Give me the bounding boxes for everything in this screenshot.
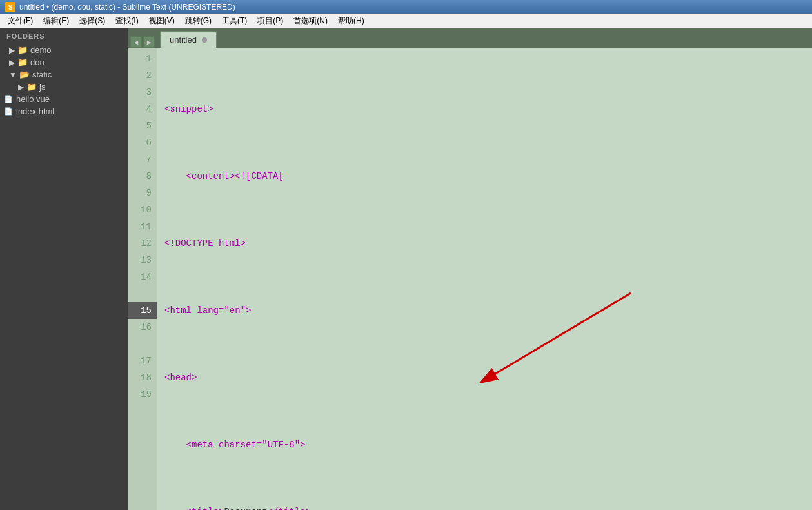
folder-icon-dou: 📁 [17,57,28,67]
file-label-index-html: index.html [16,107,54,116]
code-line-4: <html lang="en"> [164,302,804,319]
tab-bar: ◀ ▶ untitled [128,28,812,48]
line-num-1: 1 [128,50,152,67]
code-line-1: <snippet> [164,101,804,117]
chevron-right-icon-js: ▶ [18,83,24,92]
sidebar-item-demo[interactable]: ▶ 📁 demo [0,44,128,56]
menu-project[interactable]: 项目(P) [252,14,288,28]
chevron-right-icon: ▶ [9,46,15,55]
menu-help[interactable]: 帮助(H) [333,14,370,28]
line-numbers: 1 2 3 4 5 6 7 8 9 10 11 12 13 14 14 15 1… [128,48,157,510]
folder-label-dou: dou [30,57,45,67]
tab-modified-indicator [202,37,207,43]
line-num-11: 11 [128,218,152,235]
tab-nav-left[interactable]: ◀ [130,36,142,48]
menu-edit[interactable]: 编辑(E) [38,14,74,28]
line-num-19: 19 [128,386,152,403]
folder-label-demo: demo [30,45,52,55]
line-num-5: 5 [128,117,152,134]
folder-label-js: js [39,82,45,92]
titlebar-title: untitled • (demo, dou, static) - Sublime… [19,3,235,12]
app-icon: S [5,2,15,12]
line-num-9: 9 [128,185,152,201]
folder-icon-static: 📂 [19,70,30,79]
line-num-17: 17 [128,352,152,369]
tab-untitled[interactable]: untitled [160,31,217,48]
line-num-2: 2 [128,67,152,84]
line-num-7: 7 [128,151,152,168]
file-label-hello-vue: hello.vue [16,94,50,104]
menu-find[interactable]: 查找(I) [110,14,143,28]
folder-icon-js: 📁 [26,82,37,92]
editor-area: ◀ ▶ untitled 1 2 3 4 5 6 7 8 9 10 1 [128,28,812,510]
chevron-right-icon-dou: ▶ [9,58,15,67]
line-num-8: 8 [128,168,152,185]
line-num-4: 4 [128,101,152,117]
menubar: 文件(F) 编辑(E) 选择(S) 查找(I) 视图(V) 跳转(G) 工具(T… [0,14,812,28]
tab-label: untitled [170,35,197,45]
menu-tools[interactable]: 工具(T) [217,14,252,28]
folder-label-static: static [32,70,52,79]
code-line-5: <head> [164,369,804,386]
line-num-12: 12 [128,235,152,252]
code-content[interactable]: <snippet> <content><![CDATA[ <!DOCTYPE h… [157,48,812,510]
menu-file[interactable]: 文件(F) [3,14,38,28]
menu-select[interactable]: 选择(S) [74,14,110,28]
menu-preferences[interactable]: 首选项(N) [288,14,333,28]
line-num-15: 15 [128,302,157,319]
line-num-10: 10 [128,201,152,218]
line-num-6: 6 [128,134,152,151]
file-icon-hello: 📄 [4,95,13,103]
code-line-2: <content><![CDATA[ [164,168,804,185]
tab-nav-right[interactable]: ▶ [143,36,155,48]
code-line-3: <!DOCTYPE html> [164,235,804,252]
sidebar-header: FOLDERS [0,28,128,44]
line-num-13: 13 [128,252,152,269]
file-icon-index: 📄 [4,107,13,116]
code-line-6: <meta charset="UTF-8"> [164,436,804,453]
line-num-16: 16 [128,319,152,336]
code-editor[interactable]: 1 2 3 4 5 6 7 8 9 10 11 12 13 14 14 15 1… [128,48,812,510]
titlebar: S untitled • (demo, dou, static) - Subli… [0,0,812,14]
line-num-18: 18 [128,369,152,386]
sidebar-item-js[interactable]: ▶ 📁 js [0,81,128,93]
sidebar-item-index-html[interactable]: 📄 index.html [0,105,128,117]
menu-goto[interactable]: 跳转(G) [180,14,217,28]
sidebar: FOLDERS ▶ 📁 demo ▶ 📁 dou ▼ 📂 static ▶ 📁 … [0,28,128,510]
folder-icon-demo: 📁 [17,45,28,55]
sidebar-item-dou[interactable]: ▶ 📁 dou [0,56,128,68]
main-layout: FOLDERS ▶ 📁 demo ▶ 📁 dou ▼ 📂 static ▶ 📁 … [0,28,812,510]
line-num-14: 14 [128,269,152,285]
tab-navigation: ◀ ▶ [128,36,157,48]
code-line-7: <title>Document</title> [164,504,804,510]
chevron-down-icon-static: ▼ [9,70,17,79]
sidebar-item-hello-vue[interactable]: 📄 hello.vue [0,93,128,105]
line-num-3: 3 [128,84,152,101]
menu-view[interactable]: 视图(V) [144,14,180,28]
sidebar-item-static[interactable]: ▼ 📂 static [0,68,128,81]
